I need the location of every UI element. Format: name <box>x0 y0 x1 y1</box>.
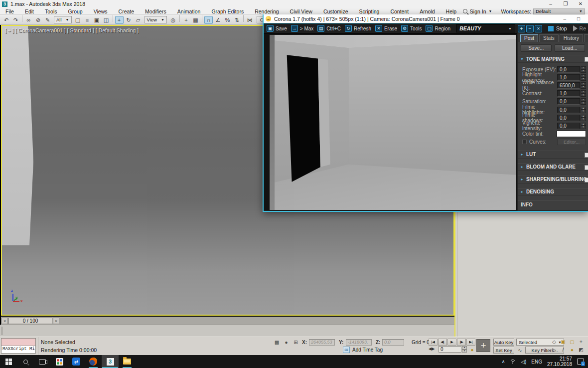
info-section-header[interactable]: INFO <box>518 200 588 208</box>
maxscript-macro-row[interactable] <box>1 339 35 346</box>
y-coordinate-field[interactable]: -1418093, <box>346 339 372 346</box>
selection-lock-icon[interactable]: ● <box>283 339 290 346</box>
menu-item[interactable]: Rendering <box>249 8 284 14</box>
mini-tools-icon[interactable]: + <box>577 338 585 345</box>
send-to-max-button[interactable]: → > Max <box>290 24 317 33</box>
walk-through-icon[interactable]: / <box>559 346 567 353</box>
curves-editor-button[interactable]: Editor... <box>557 139 586 145</box>
play-button[interactable]: ▶ <box>447 339 456 346</box>
menu-item[interactable]: File <box>0 8 19 14</box>
spinner-arrows[interactable]: ▲▼ <box>581 123 586 129</box>
zoom-in-icon[interactable]: + <box>518 25 525 32</box>
keyboard-shortcut-override-icon[interactable]: ▦ <box>191 16 200 24</box>
tone-mapping-enable-checkbox[interactable] <box>585 57 588 62</box>
erase-button[interactable]: ✕ Erase <box>374 24 400 33</box>
volume-icon[interactable]: ◁) <box>521 359 526 365</box>
next-frame-arrow[interactable]: > <box>53 318 59 324</box>
language-indicator[interactable]: ENG <box>531 359 542 365</box>
rectangular-selection-region-icon[interactable]: ▣ <box>93 16 101 24</box>
dotted-selection-lock-icon[interactable]: ◇ <box>550 338 558 345</box>
close-button[interactable]: ✕ <box>573 0 588 8</box>
tone-mapping-header[interactable]: ▼ TONE MAPPING <box>518 55 588 63</box>
maximize-viewport-icon[interactable]: ◩ <box>577 346 585 353</box>
menu-item[interactable]: Views <box>88 8 113 14</box>
taskbar-app-colors[interactable] <box>51 355 68 368</box>
menu-item[interactable]: Group <box>63 8 88 14</box>
reference-coordinate-dropdown[interactable]: View ▼ <box>145 16 167 23</box>
menu-item[interactable]: Help <box>441 8 462 14</box>
maxscript-listener-row[interactable]: MAXScript Mi <box>1 346 35 353</box>
region-button[interactable]: ▢ Region <box>425 24 453 33</box>
go-to-end-button[interactable]: ▶| <box>466 339 475 346</box>
tone-parameter-field[interactable]: 6500,0 <box>557 82 580 89</box>
menu-item[interactable]: Animation <box>172 8 206 14</box>
start-button[interactable] <box>0 355 17 368</box>
clock[interactable]: 21:57 27.10.2018 <box>547 356 572 367</box>
go-to-start-button[interactable]: |◀ <box>429 339 438 346</box>
tools-button[interactable]: ⚙ Tools <box>400 24 425 33</box>
tone-parameter-field[interactable]: 0,0 <box>557 123 580 129</box>
network-icon[interactable] <box>510 360 516 364</box>
select-by-name-icon[interactable]: ≡ <box>83 16 92 24</box>
next-frame-button[interactable]: |▶ <box>457 339 466 346</box>
notification-center-icon[interactable]: 1 <box>577 359 584 365</box>
key-icon[interactable]: ● <box>468 346 476 353</box>
taskbar-teamviewer[interactable]: ⇄ <box>68 355 85 368</box>
save-button[interactable]: ▣ Save <box>266 24 290 33</box>
set-key-filters-icon[interactable]: ∿ <box>516 347 524 354</box>
select-object-icon[interactable]: ▢ <box>74 16 82 24</box>
window-crossing-icon[interactable]: ◫ <box>102 16 111 24</box>
toolbar-separator[interactable] <box>113 15 113 22</box>
menu-item[interactable]: Content <box>385 8 414 14</box>
menu-item[interactable]: Edit <box>19 8 39 14</box>
section-enable-checkbox[interactable] <box>585 165 588 170</box>
section-enable-checkbox[interactable] <box>585 178 588 183</box>
selection-filter-dropdown[interactable]: All ▼ <box>54 16 72 23</box>
menu-item[interactable]: Scripting <box>354 8 385 14</box>
toolbar-separator[interactable] <box>243 15 244 22</box>
copy-button[interactable]: ▤ Ctrl+C <box>316 24 344 33</box>
frame-spinner-arrows[interactable]: ▲▼ <box>462 346 467 353</box>
lock-open-icon[interactable]: ▢ <box>568 338 576 345</box>
time-tag-icon[interactable]: ✉ <box>343 347 350 353</box>
render-view[interactable] <box>264 33 517 210</box>
redo-icon[interactable]: ↷ <box>11 16 20 24</box>
angle-snap-toggle-icon[interactable]: ∠ <box>214 16 222 24</box>
maxscript-mini-listener[interactable]: MAXScript Mi <box>1 338 36 354</box>
tone-parameter-field[interactable]: 0,0 <box>557 98 580 105</box>
viewport-label[interactable]: [ + ] [ CoronaCamera001 ] [ Standard ] [… <box>5 27 139 33</box>
taskbar-3dsmax[interactable]: 3 <box>102 355 119 368</box>
percent-snap-toggle-icon[interactable]: % <box>223 16 232 24</box>
stop-render-button[interactable]: Stop <box>548 25 567 31</box>
spinner-arrows[interactable]: ▲▼ <box>581 90 586 97</box>
key-mode-toggle-icon[interactable]: ◀▶ <box>429 347 435 351</box>
spinner-arrows[interactable]: ▲▼ <box>581 74 586 81</box>
snaps-toggle-icon[interactable]: ∩ <box>204 16 213 24</box>
menu-item[interactable]: Modifiers <box>140 8 172 14</box>
previous-frame-arrow[interactable]: < <box>1 318 8 324</box>
section-header[interactable]: ► LUT <box>518 151 588 159</box>
undo-icon[interactable]: ↶ <box>2 16 10 24</box>
menu-item[interactable]: Tools <box>39 8 63 14</box>
current-frame-field[interactable]: 0 <box>439 346 461 353</box>
corona-tab[interactable]: History <box>560 34 583 42</box>
taskbar-firefox[interactable] <box>85 355 102 368</box>
toolbar-separator[interactable] <box>202 15 202 22</box>
curves-checkbox[interactable] <box>522 140 527 144</box>
spinner-arrows[interactable]: ▲▼ <box>581 82 586 89</box>
taskbar-search-button[interactable] <box>17 355 34 368</box>
lock-closed-icon[interactable]: ▣ <box>559 338 567 345</box>
mirror-icon[interactable]: ⋈ <box>246 16 254 24</box>
section-header[interactable]: ► SHARPENING/BLURRING <box>518 176 588 184</box>
tone-parameter-field[interactable]: 0,0 <box>557 115 580 121</box>
bind-to-space-warp-icon[interactable]: ✎ <box>43 16 52 24</box>
spinner-arrows[interactable]: ▲▼ <box>581 107 586 113</box>
time-slider-handle[interactable]: 0 / 100 <box>8 318 52 324</box>
transform-typein-icon[interactable]: ⊞ <box>292 339 299 346</box>
tone-parameter-field[interactable]: 1,0 <box>557 74 580 81</box>
config-load-button[interactable]: Load... <box>555 44 586 52</box>
track-bar[interactable] <box>0 325 454 337</box>
render-pass-dropdown[interactable]: BEAUTY ▼ <box>456 24 515 32</box>
time-slider[interactable]: < 0 / 100 > <box>1 317 454 325</box>
menu-item[interactable]: Arnold <box>414 8 440 14</box>
